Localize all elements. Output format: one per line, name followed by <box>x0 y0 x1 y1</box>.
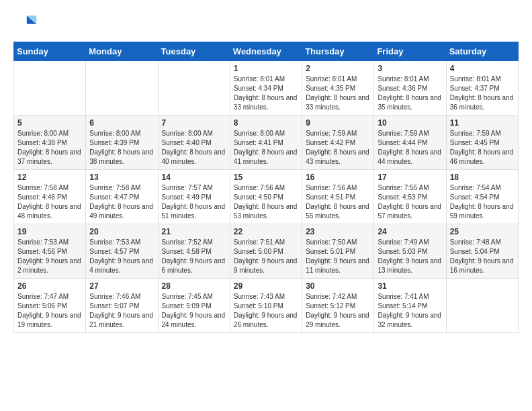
calendar-cell: 7Sunrise: 8:00 AMSunset: 4:40 PMDaylight… <box>158 116 230 170</box>
week-row-3: 12Sunrise: 7:58 AMSunset: 4:46 PMDayligh… <box>14 170 519 224</box>
logo <box>13 11 40 35</box>
day-info-line: Daylight: 9 hours and 11 minutes. <box>306 257 370 275</box>
calendar-cell: 23Sunrise: 7:50 AMSunset: 5:01 PMDayligh… <box>302 224 374 279</box>
day-info-line: Sunrise: 7:49 AM <box>378 238 442 247</box>
day-info-line: Sunrise: 7:55 AM <box>378 183 442 193</box>
day-number: 8 <box>234 118 298 128</box>
calendar-cell: 18Sunrise: 7:54 AMSunset: 4:54 PMDayligh… <box>446 170 518 224</box>
header-day-monday: Monday <box>86 42 158 61</box>
day-info-line: Sunset: 4:56 PM <box>17 247 82 257</box>
day-info-line: Sunset: 4:38 PM <box>17 138 82 148</box>
calendar-cell: 9Sunrise: 7:59 AMSunset: 4:42 PMDaylight… <box>302 116 374 170</box>
calendar-cell: 12Sunrise: 7:58 AMSunset: 4:46 PMDayligh… <box>14 170 86 224</box>
calendar-cell: 6Sunrise: 8:00 AMSunset: 4:39 PMDaylight… <box>86 116 158 170</box>
header-day-tuesday: Tuesday <box>158 42 230 61</box>
day-info-line: Sunset: 5:06 PM <box>17 302 82 311</box>
day-info-line: Daylight: 9 hours and 21 minutes. <box>89 311 154 330</box>
day-info-line: Sunset: 4:45 PM <box>450 138 515 148</box>
day-number: 21 <box>162 227 226 236</box>
day-info-line: Sunset: 4:51 PM <box>306 193 370 202</box>
day-number: 20 <box>89 227 154 236</box>
day-info-line: Sunset: 4:41 PM <box>234 138 298 148</box>
day-info-line: Sunset: 4:58 PM <box>162 247 226 257</box>
day-number: 12 <box>17 173 82 182</box>
day-number: 31 <box>378 281 442 291</box>
day-number: 29 <box>234 281 298 291</box>
calendar-cell <box>158 61 230 116</box>
day-info-line: Sunrise: 7:50 AM <box>306 238 370 247</box>
calendar-cell: 22Sunrise: 7:51 AMSunset: 5:00 PMDayligh… <box>230 224 302 279</box>
day-info-line: Daylight: 8 hours and 33 minutes. <box>234 93 298 112</box>
day-info-line: Sunrise: 7:43 AM <box>234 292 298 302</box>
day-info-line: Sunset: 4:57 PM <box>89 247 154 257</box>
day-info-line: Sunset: 4:44 PM <box>378 138 442 148</box>
calendar-cell: 1Sunrise: 8:01 AMSunset: 4:34 PMDaylight… <box>230 61 302 116</box>
day-number: 5 <box>17 118 82 128</box>
day-info-line: Sunset: 4:36 PM <box>378 84 442 93</box>
calendar-cell: 4Sunrise: 8:01 AMSunset: 4:37 PMDaylight… <box>446 61 518 116</box>
calendar-cell: 27Sunrise: 7:46 AMSunset: 5:07 PMDayligh… <box>86 279 158 333</box>
week-row-1: 1Sunrise: 8:01 AMSunset: 4:34 PMDaylight… <box>14 61 519 116</box>
day-info-line: Sunset: 4:34 PM <box>234 84 298 93</box>
day-info-line: Daylight: 8 hours and 35 minutes. <box>378 93 442 112</box>
day-number: 1 <box>234 64 298 73</box>
day-info-line: Sunrise: 8:00 AM <box>89 129 154 138</box>
page: SundayMondayTuesdayWednesdayThursdayFrid… <box>0 0 532 411</box>
day-info-line: Sunrise: 8:00 AM <box>17 129 82 138</box>
day-info-line: Daylight: 9 hours and 16 minutes. <box>450 257 515 275</box>
calendar-cell <box>86 61 158 116</box>
day-info-line: Daylight: 9 hours and 6 minutes. <box>162 257 226 275</box>
day-number: 18 <box>450 173 515 182</box>
calendar-cell: 29Sunrise: 7:43 AMSunset: 5:10 PMDayligh… <box>230 279 302 333</box>
day-number: 17 <box>378 173 442 182</box>
day-number: 2 <box>306 64 370 73</box>
calendar-cell: 28Sunrise: 7:45 AMSunset: 5:09 PMDayligh… <box>158 279 230 333</box>
day-info-line: Daylight: 8 hours and 57 minutes. <box>378 202 442 221</box>
day-number: 22 <box>234 227 298 236</box>
calendar-table: SundayMondayTuesdayWednesdayThursdayFrid… <box>13 42 519 333</box>
day-info-line: Sunrise: 7:48 AM <box>450 238 515 247</box>
calendar-cell <box>14 61 86 116</box>
calendar-cell: 8Sunrise: 8:00 AMSunset: 4:41 PMDaylight… <box>230 116 302 170</box>
header-day-friday: Friday <box>374 42 446 61</box>
header <box>13 11 519 35</box>
logo-icon <box>13 11 38 35</box>
day-info-line: Sunset: 5:07 PM <box>89 302 154 311</box>
calendar-cell: 11Sunrise: 7:59 AMSunset: 4:45 PMDayligh… <box>446 116 518 170</box>
calendar-cell: 19Sunrise: 7:53 AMSunset: 4:56 PMDayligh… <box>14 224 86 279</box>
calendar-header: SundayMondayTuesdayWednesdayThursdayFrid… <box>14 42 519 61</box>
day-number: 30 <box>306 281 370 291</box>
day-info-line: Daylight: 8 hours and 37 minutes. <box>17 148 82 167</box>
day-info-line: Sunset: 5:03 PM <box>378 247 442 257</box>
day-info-line: Sunrise: 7:59 AM <box>450 129 515 138</box>
header-day-saturday: Saturday <box>446 42 518 61</box>
calendar-cell: 30Sunrise: 7:42 AMSunset: 5:12 PMDayligh… <box>302 279 374 333</box>
header-day-thursday: Thursday <box>302 42 374 61</box>
day-number: 14 <box>162 173 226 182</box>
day-info-line: Sunset: 4:46 PM <box>17 193 82 202</box>
day-info-line: Sunset: 4:42 PM <box>306 138 370 148</box>
day-info-line: Sunrise: 8:01 AM <box>450 75 515 84</box>
day-info-line: Sunrise: 7:59 AM <box>306 129 370 138</box>
day-info-line: Sunset: 5:09 PM <box>162 302 226 311</box>
day-number: 26 <box>17 281 82 291</box>
day-info-line: Daylight: 8 hours and 38 minutes. <box>89 148 154 167</box>
day-info-line: Daylight: 8 hours and 49 minutes. <box>89 202 154 221</box>
day-number: 25 <box>450 227 515 236</box>
calendar-cell: 31Sunrise: 7:41 AMSunset: 5:14 PMDayligh… <box>374 279 446 333</box>
day-info-line: Sunset: 5:01 PM <box>306 247 370 257</box>
day-number: 6 <box>89 118 154 128</box>
day-info-line: Sunrise: 7:57 AM <box>162 183 226 193</box>
day-number: 9 <box>306 118 370 128</box>
day-info-line: Sunrise: 7:46 AM <box>89 292 154 302</box>
day-info-line: Sunrise: 8:01 AM <box>306 75 370 84</box>
day-info-line: Sunrise: 8:01 AM <box>234 75 298 84</box>
day-number: 19 <box>17 227 82 236</box>
day-info-line: Sunrise: 7:47 AM <box>17 292 82 302</box>
day-info-line: Sunrise: 7:54 AM <box>450 183 515 193</box>
day-info-line: Sunset: 4:35 PM <box>306 84 370 93</box>
calendar-cell: 15Sunrise: 7:56 AMSunset: 4:50 PMDayligh… <box>230 170 302 224</box>
day-info-line: Daylight: 8 hours and 46 minutes. <box>450 148 515 167</box>
day-info-line: Daylight: 8 hours and 51 minutes. <box>162 202 226 221</box>
day-info-line: Sunrise: 7:51 AM <box>234 238 298 247</box>
